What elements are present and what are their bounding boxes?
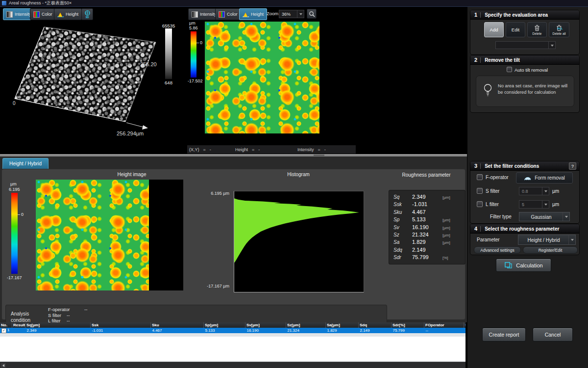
create-report-button[interactable]: Create report xyxy=(482,328,526,342)
intensity-label: Intensity xyxy=(200,12,217,17)
results-col-header[interactable]: No. xyxy=(0,322,12,328)
chevron-down-icon[interactable] xyxy=(548,42,555,49)
row-checkbox[interactable]: ✓ xyxy=(1,328,6,333)
scroll-left-arrow-icon[interactable] xyxy=(1,363,6,368)
viewer2d-height-button[interactable]: Height xyxy=(239,8,267,20)
section-roughness-parameter: 4 Select the roughness parameter Paramet… xyxy=(470,224,580,255)
section3-header: 3 Set the filter conditions xyxy=(470,161,579,171)
section4-title: Select the roughness parameter xyxy=(485,226,559,232)
2d-colorbar-unit: µm xyxy=(189,21,196,26)
height-status-label: Height xyxy=(235,147,248,152)
chevron-down-icon[interactable] xyxy=(568,235,575,244)
results-col-header[interactable]: Sp[µm] xyxy=(204,322,245,328)
horizontal-scrollbar[interactable] xyxy=(0,362,466,368)
cancel-button[interactable]: Cancel xyxy=(533,328,573,342)
section4-number: 4 xyxy=(474,226,477,232)
intensity-label: Intensity xyxy=(15,12,31,17)
roughness-row: Sq2.349[µm] xyxy=(389,194,465,201)
f-operator-label: F-operator xyxy=(486,175,509,180)
roughness-row: Sp5.133[µm] xyxy=(389,216,465,224)
result-row-no-cell[interactable]: ✓1 xyxy=(0,328,12,333)
result-cell: -- xyxy=(424,328,464,333)
viewer3d-height-button[interactable]: Height xyxy=(54,8,82,20)
viewer2d-color-button[interactable]: Color xyxy=(215,8,241,20)
evaluation-area-select[interactable] xyxy=(495,41,556,49)
equals-sign: = xyxy=(252,147,254,152)
results-col-header[interactable]: Sku xyxy=(151,322,204,328)
help-button[interactable]: ? xyxy=(569,162,576,170)
zoom-select[interactable]: 36% xyxy=(279,10,304,18)
auto-tilt-checkbox[interactable] xyxy=(507,67,512,72)
chevron-down-icon[interactable] xyxy=(542,201,549,208)
intensity-icon xyxy=(6,11,13,18)
zoom-value: 36% xyxy=(282,12,291,17)
filter-type-label: Filter type xyxy=(490,214,512,219)
app-window: Areal roughness - *正极表面50× Intensity Col… xyxy=(0,0,588,368)
l-filter-value-select[interactable]: 5 xyxy=(519,200,549,209)
analysis-condition-row: S filter-- xyxy=(48,313,104,318)
height-label: Height xyxy=(66,12,78,17)
calculation-button[interactable]: Calculation xyxy=(496,259,551,272)
results-col-header[interactable]: Ssk xyxy=(91,322,151,328)
histogram-title: Histogram xyxy=(232,172,365,177)
height-label: Height xyxy=(251,12,264,17)
results-col-header[interactable]: Result xyxy=(12,322,25,328)
3d-mode-label: 3D xyxy=(85,16,89,19)
table-empty-area xyxy=(0,337,466,362)
divider xyxy=(480,57,481,63)
chevron-down-icon[interactable] xyxy=(297,10,304,18)
edit-area-button[interactable]: Edit xyxy=(506,22,525,37)
results-col-header[interactable]: FOperator xyxy=(424,322,464,328)
3d-axis-arrowhead xyxy=(142,125,148,130)
intensity-status-label: Intensity xyxy=(297,147,314,152)
delete-all-areas-button[interactable]: ALL Delete all xyxy=(549,22,569,37)
results-col-header[interactable]: Sz[µm] xyxy=(286,322,326,328)
color-icon xyxy=(219,11,225,18)
register-edit-button[interactable]: Register/Edit xyxy=(523,246,578,254)
gray-colorbar xyxy=(165,28,172,79)
section1-header: 1 Specify the evaluation area xyxy=(470,10,579,20)
results-col-header[interactable]: S-filter xyxy=(464,322,466,328)
results-table-header-row: No.ResultSq[µm]SskSkuSp[µm]Sv[µm]Sz[µm]S… xyxy=(0,322,466,328)
result-cell: 21.324 xyxy=(286,328,326,333)
results-col-header[interactable]: Sdr[%] xyxy=(392,322,424,328)
form-removal-button[interactable]: Form removal xyxy=(516,172,573,184)
advanced-settings-button[interactable]: Advanced settings xyxy=(474,246,521,254)
viewer2d-status-bar: (X,Y) = - Height = - Intensity = - xyxy=(187,145,356,154)
results-col-header[interactable]: Sq[µm] xyxy=(25,322,91,328)
viewer2d-height-map-image[interactable] xyxy=(205,22,319,133)
chevron-down-icon[interactable] xyxy=(542,187,549,195)
f-operator-checkbox[interactable] xyxy=(477,174,483,180)
results-col-header[interactable]: Sdq xyxy=(359,322,392,328)
l-filter-checkbox[interactable] xyxy=(477,201,483,207)
s-filter-value-select[interactable]: 0.8 xyxy=(519,187,549,195)
filter-type-select[interactable]: Gaussian xyxy=(519,212,570,221)
xy-value: - xyxy=(210,147,211,152)
3d-width-label: 256.20 xyxy=(140,61,157,67)
hi-colorbar-min: -17.167 xyxy=(7,275,22,280)
results-col-header[interactable]: Sv[µm] xyxy=(245,322,286,328)
color-label: Color xyxy=(227,12,238,17)
results-col-header[interactable]: Sa[µm] xyxy=(326,322,359,328)
parameter-select[interactable]: Height / Hybrid xyxy=(518,235,576,245)
results-table-selected-row[interactable]: ✓12.349-1.0314.4675.13316.19021.3241.829… xyxy=(0,328,466,333)
s-filter-unit: µm xyxy=(552,188,559,194)
info-box: No area set case, entire image will be c… xyxy=(476,76,574,107)
l-filter-label: L filter xyxy=(486,202,499,207)
calculation-icon xyxy=(504,262,513,269)
result-cell: 75.799 xyxy=(392,328,424,333)
result-cell: 16.190 xyxy=(245,328,286,333)
height-image[interactable] xyxy=(36,180,149,290)
histogram-chart xyxy=(234,191,364,292)
add-area-button[interactable]: Add xyxy=(484,22,504,37)
chevron-down-icon[interactable] xyxy=(563,212,569,221)
section1-number: 1 xyxy=(474,12,477,18)
analysis-condition-label: Analysis condition xyxy=(11,311,30,323)
viewer3d-color-button[interactable]: Color xyxy=(30,8,56,20)
delete-area-button[interactable]: Delete xyxy=(527,22,547,37)
s-filter-checkbox[interactable] xyxy=(477,188,483,194)
viewer3d-canvas[interactable]: 0 256.20 256.294µm xyxy=(0,20,186,155)
zoom-search-button[interactable] xyxy=(307,9,317,19)
tab-height-hybrid[interactable]: Height / Hybrid xyxy=(2,158,49,169)
viewer3d-3d-mode-button[interactable]: 3D xyxy=(81,8,93,20)
